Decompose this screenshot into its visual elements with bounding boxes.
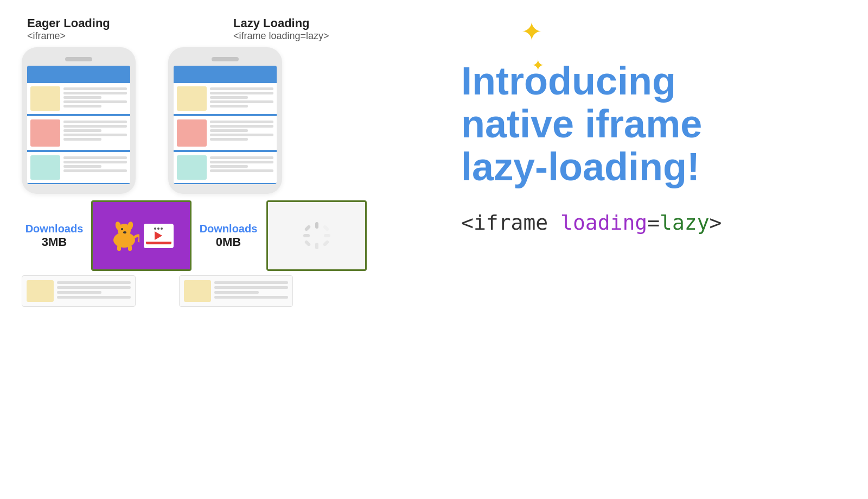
video-icon-box <box>144 224 174 248</box>
eager-subtitle: <iframe> <box>27 30 222 42</box>
phone-header-bar <box>27 66 130 82</box>
bl3 <box>214 291 259 294</box>
card-lines-lazy-1 <box>210 86 273 108</box>
eager-title: Eager Loading <box>27 16 222 30</box>
svg-rect-7 <box>128 245 132 251</box>
card-lines-lazy-3 <box>210 155 273 172</box>
spacer <box>146 275 168 307</box>
bl2 <box>214 286 288 289</box>
eager-phone-screen <box>27 66 130 184</box>
card-lines-2 <box>63 119 127 141</box>
eager-phone <box>22 47 136 194</box>
card-image-red-1 <box>30 119 60 147</box>
bl2 <box>57 286 131 289</box>
svg-rect-14 <box>322 240 329 247</box>
line4 <box>210 134 273 136</box>
card-image-cyan-2 <box>177 155 207 180</box>
code-part5: > <box>710 211 722 235</box>
code-equals: = <box>647 211 660 235</box>
phone-notch-eager <box>65 57 92 61</box>
dot1 <box>154 228 156 230</box>
line2 <box>210 92 273 94</box>
headline-line2: native iframe <box>461 102 702 146</box>
dot2 <box>157 228 159 230</box>
lazy-card-2 <box>174 116 277 150</box>
card-lines-lazy-2 <box>210 119 273 141</box>
lazy-phone-screen <box>174 66 277 184</box>
svg-rect-9 <box>315 243 318 249</box>
below-lines-right <box>214 280 288 299</box>
lazy-downloads-size: 0MB <box>196 235 261 249</box>
below-fold-row <box>22 275 429 307</box>
phones-labels: Eager Loading <iframe> Lazy Loading <ifr… <box>22 16 429 42</box>
phone-notch-lazy <box>212 57 239 61</box>
svg-rect-6 <box>117 245 121 251</box>
eager-label: Eager Loading <iframe> <box>22 16 222 42</box>
line4 <box>63 169 127 172</box>
line2 <box>210 125 273 128</box>
bl4 <box>214 296 288 299</box>
code-part4: lazy <box>660 211 710 235</box>
lazy-iframe-preview <box>266 200 367 271</box>
eager-downloads-label: Downloads <box>22 223 87 235</box>
dog-icon <box>110 219 139 252</box>
line5 <box>63 105 101 108</box>
line1 <box>210 156 273 159</box>
bl1 <box>57 281 131 284</box>
lazy-label: Lazy Loading <iframe loading=lazy> <box>228 16 429 42</box>
headline-line3: lazy-loading! <box>461 145 700 188</box>
svg-rect-8 <box>315 222 318 229</box>
line2 <box>210 161 273 163</box>
line3 <box>210 165 248 168</box>
dot3 <box>161 228 163 230</box>
line4 <box>63 100 127 103</box>
line4 <box>210 100 273 103</box>
line3 <box>63 96 101 99</box>
below-image-yellow-left <box>27 280 54 302</box>
line3 <box>210 96 248 99</box>
headline-line1: Introducing <box>461 59 676 103</box>
code-part1: <iframe <box>461 211 560 235</box>
eager-download-info: Downloads 3MB <box>22 223 87 249</box>
line2 <box>63 125 127 128</box>
headline: Introducing native iframe lazy-loading! <box>461 60 846 189</box>
svg-rect-13 <box>322 225 329 232</box>
bl1 <box>214 281 288 284</box>
video-dots <box>154 228 163 230</box>
eager-iframe-preview <box>91 200 192 271</box>
below-fold-lazy <box>179 275 293 307</box>
below-image-yellow-right <box>184 280 211 302</box>
card-image-yellow-1 <box>30 86 60 111</box>
lazy-title: Lazy Loading <box>233 16 429 30</box>
sparkle-icon: ✦✦ <box>521 16 544 77</box>
bl3 <box>57 291 101 294</box>
svg-rect-11 <box>324 234 330 237</box>
eager-card-2 <box>27 116 130 150</box>
eager-card-1 <box>27 83 130 114</box>
svg-rect-12 <box>304 225 311 232</box>
svg-point-4 <box>121 228 123 230</box>
line2 <box>63 161 127 163</box>
main-container: ✦✦ Eager Loading <iframe> Lazy Loading <… <box>0 0 868 499</box>
bl4 <box>57 296 131 299</box>
card-image-cyan-1 <box>30 155 60 180</box>
line4 <box>63 134 127 136</box>
eager-downloads-size: 3MB <box>22 235 87 249</box>
line3 <box>210 129 248 132</box>
downloads-row: Downloads 3MB <box>22 200 429 271</box>
phone-header-bar-lazy <box>174 66 277 82</box>
right-section: Introducing native iframe lazy-loading! … <box>429 16 846 483</box>
svg-rect-15 <box>304 240 311 247</box>
code-part2: loading <box>560 211 647 235</box>
eager-card-3 <box>27 152 130 183</box>
line5 <box>63 138 101 141</box>
line5 <box>210 105 248 108</box>
line1 <box>210 121 273 123</box>
loading-spinner-icon <box>301 219 333 252</box>
play-button-icon <box>155 231 162 240</box>
line1 <box>63 156 127 159</box>
svg-rect-10 <box>303 234 310 237</box>
card-lines-3 <box>63 155 127 172</box>
line3 <box>63 165 101 168</box>
lazy-card-3 <box>174 152 277 183</box>
